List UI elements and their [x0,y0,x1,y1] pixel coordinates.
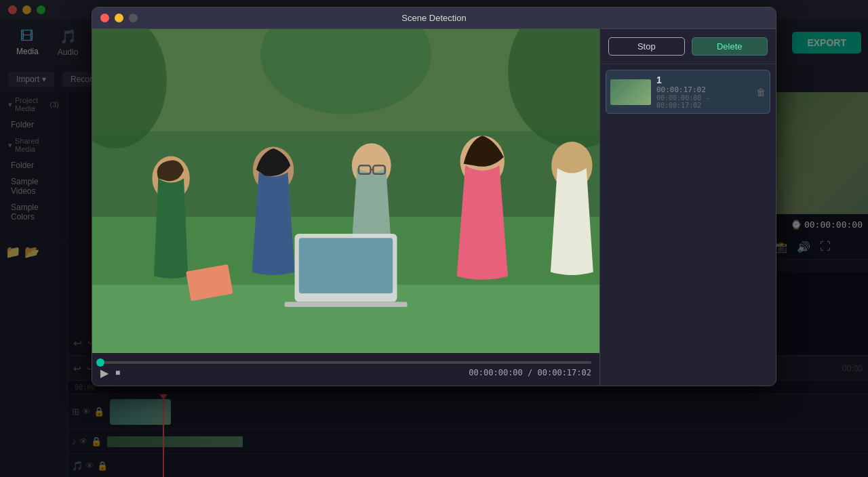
delete-button[interactable]: Delete [692,37,768,56]
video-preview [92,29,599,353]
modal-close-button[interactable] [100,14,109,22]
stop-button-video[interactable]: ■ [115,368,120,377]
play-button[interactable]: ▶ [100,367,108,379]
scene-thumbnail [610,79,651,105]
scene-detection-modal: Scene Detection [92,7,776,386]
modal-titlebar-controls[interactable] [100,14,138,22]
scene-list: 1 00:00:17:02 00:00:00:00 - 00:00:17:02 … [600,64,776,386]
modal-body: ▶ ■ 00:00:00:00 / 00:00:17:02 Stop Delet… [92,29,776,386]
scene-info: 1 00:00:17:02 00:00:00:00 - 00:00:17:02 [656,75,751,109]
modal-inactive-button [129,14,138,22]
modal-overlay: Scene Detection [0,0,868,477]
progress-track[interactable] [100,361,591,364]
scene-thumb-image [610,79,651,105]
modal-title: Scene Detection [401,13,466,23]
modal-video-area: ▶ ■ 00:00:00:00 / 00:00:17:02 [92,29,599,386]
scene-panel-header: Stop Delete [600,29,776,64]
scene-duration: 00:00:17:02 [656,85,751,94]
video-timecode: 00:00:00:00 / 00:00:17:02 [469,368,591,377]
current-time: 00:00:00:00 [469,368,522,377]
video-timeline-bar: ▶ ■ 00:00:00:00 / 00:00:17:02 [92,353,599,386]
modal-minimize-button[interactable] [115,14,123,22]
scene-item[interactable]: 1 00:00:17:02 00:00:00:00 - 00:00:17:02 … [606,70,770,114]
video-controls: ▶ ■ 00:00:00:00 / 00:00:17:02 [100,367,591,379]
scene-range: 00:00:00:00 - 00:00:17:02 [656,94,751,109]
scene-delete-icon[interactable]: 🗑 [756,87,766,98]
progress-dot[interactable] [96,358,104,367]
time-separator: / [528,368,537,377]
total-time: 00:00:17:02 [538,368,591,377]
svg-rect-16 [299,238,393,293]
scene-number: 1 [656,75,751,85]
stop-button[interactable]: Stop [608,37,685,56]
video-preview-content [92,29,599,353]
modal-titlebar: Scene Detection [92,7,776,29]
modal-scene-panel: Stop Delete 1 00:00:17:02 00:00:00:00 - … [599,29,776,386]
svg-rect-17 [284,302,407,308]
